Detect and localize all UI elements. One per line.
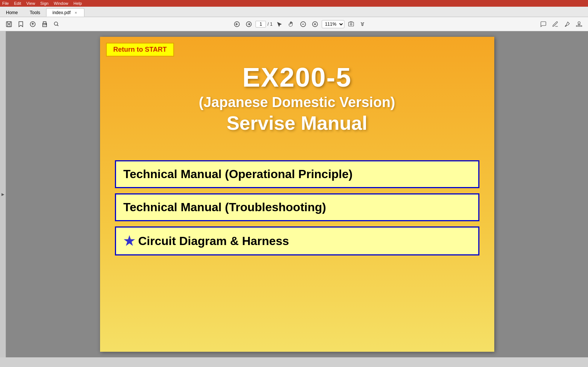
pen-button[interactable] (550, 19, 560, 29)
menu-sign[interactable]: Sign (40, 1, 48, 6)
svg-point-6 (54, 22, 58, 25)
pdf-manual-title: Servise Manual (100, 112, 494, 134)
toolbar-center: / 1 111% 75% 100% 125% 150% (232, 19, 368, 29)
toolbar: / 1 111% 75% 100% 125% 150% (0, 17, 588, 31)
link1-label: Technical Manual (Operational Principle) (123, 167, 353, 181)
select-tool-button[interactable] (274, 19, 285, 29)
link2-label: Technical Manual (Troubleshooting) (123, 200, 326, 214)
tab-close-button[interactable]: × (74, 10, 78, 15)
main-area: ▶ Return to START EX200-5 (Japanese Dome… (0, 31, 588, 357)
svg-point-5 (46, 24, 47, 25)
zoom-level-select[interactable]: 111% 75% 100% 125% 150% (322, 20, 344, 28)
prev-page-button[interactable] (232, 19, 242, 29)
pdf-main-title: EX200-5 (100, 63, 494, 92)
svg-rect-4 (43, 22, 46, 23)
link-technical-manual-troubleshooting[interactable]: Technical Manual (Troubleshooting) (115, 193, 479, 221)
svg-rect-3 (43, 25, 47, 26)
hand-tool-button[interactable] (286, 19, 296, 29)
zoom-out-button[interactable] (298, 19, 308, 29)
toolbar-right (538, 19, 584, 29)
menu-bar-items[interactable]: File Edit View Sign Window Help (2, 1, 82, 6)
menu-help[interactable]: Help (74, 1, 82, 6)
tab-home[interactable]: Home (0, 8, 24, 17)
menu-view[interactable]: View (26, 1, 35, 6)
menu-file[interactable]: File (2, 1, 9, 6)
toolbar-left (4, 19, 62, 29)
svg-rect-11 (348, 22, 354, 26)
return-to-start-button[interactable]: Return to START (106, 43, 174, 57)
tab-bar: Home Tools index.pdf × (0, 7, 588, 17)
zoom-in-button[interactable] (310, 19, 320, 29)
zoom-tool-button[interactable] (51, 19, 62, 29)
svg-point-12 (350, 23, 352, 25)
sidebar-toggle-button[interactable]: ▶ (0, 31, 6, 357)
current-page-input[interactable] (256, 21, 266, 28)
snapshot-button[interactable] (346, 19, 356, 29)
page-navigation: / 1 (256, 21, 272, 28)
svg-rect-13 (578, 24, 580, 26)
link-circuit-diagram-harness[interactable]: ★ Circuit Diagram & Harness (115, 226, 479, 255)
svg-rect-1 (8, 24, 10, 26)
title-bar: File Edit View Sign Window Help (0, 0, 588, 7)
pdf-links-section: Technical Manual (Operational Principle)… (100, 149, 494, 267)
tab-document[interactable]: index.pdf × (46, 8, 84, 17)
total-pages-label: / 1 (267, 22, 272, 27)
link-technical-manual-operational[interactable]: Technical Manual (Operational Principle) (115, 160, 479, 188)
tab-tools[interactable]: Tools (24, 8, 46, 17)
stamp-button[interactable] (574, 19, 584, 29)
comment-button[interactable] (538, 19, 549, 29)
star-icon: ★ (123, 234, 135, 248)
print-button[interactable] (39, 19, 50, 29)
link3-label: Circuit Diagram & Harness (138, 234, 289, 248)
next-page-button[interactable] (244, 19, 254, 29)
pdf-subtitle: (Japanese Domestic Version) (100, 94, 494, 110)
highlight-button[interactable] (562, 19, 572, 29)
menu-window[interactable]: Window (54, 1, 68, 6)
pdf-viewport[interactable]: Return to START EX200-5 (Japanese Domest… (6, 31, 588, 357)
upload-button[interactable] (28, 19, 38, 29)
pdf-page: Return to START EX200-5 (Japanese Domest… (100, 37, 494, 352)
save-button[interactable] (4, 19, 14, 29)
bookmark-button[interactable] (16, 19, 26, 29)
text-select-button[interactable] (358, 19, 368, 29)
tab-document-label: index.pdf (52, 10, 71, 15)
menu-edit[interactable]: Edit (14, 1, 21, 6)
